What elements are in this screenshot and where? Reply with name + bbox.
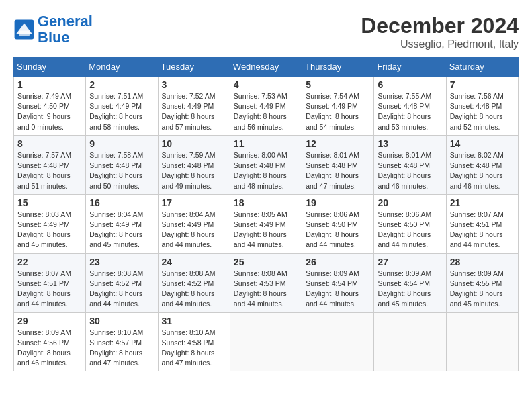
day-number: 25 <box>234 257 298 267</box>
weekday-header-sunday: Sunday <box>14 58 86 77</box>
day-info: Sunrise: 7:59 AMSunset: 4:48 PMDaylight:… <box>162 151 216 190</box>
day-info: Sunrise: 8:09 AMSunset: 4:54 PMDaylight:… <box>378 269 431 308</box>
calendar-cell: 8 Sunrise: 7:57 AMSunset: 4:48 PMDayligh… <box>14 135 86 194</box>
day-number: 11 <box>234 138 298 149</box>
calendar-cell: 25 Sunrise: 8:08 AMSunset: 4:53 PMDaylig… <box>230 253 302 312</box>
calendar-cell: 5 Sunrise: 7:54 AMSunset: 4:49 PMDayligh… <box>302 77 374 136</box>
logo-line2: Blue <box>38 29 70 46</box>
calendar-cell <box>446 312 518 371</box>
day-info: Sunrise: 7:53 AMSunset: 4:49 PMDaylight:… <box>234 92 287 131</box>
logo-line1: General <box>38 13 93 30</box>
month-year-title: December 2024 <box>361 13 519 38</box>
day-info: Sunrise: 8:05 AMSunset: 4:49 PMDaylight:… <box>234 210 287 249</box>
day-number: 15 <box>17 197 82 208</box>
calendar-cell: 23 Sunrise: 8:08 AMSunset: 4:52 PMDaylig… <box>86 253 158 312</box>
day-info: Sunrise: 8:07 AMSunset: 4:51 PMDaylight:… <box>450 210 504 249</box>
logo-text: General Blue <box>38 13 93 46</box>
calendar-cell: 29 Sunrise: 8:09 AMSunset: 4:56 PMDaylig… <box>14 312 86 371</box>
day-number: 13 <box>378 138 442 149</box>
day-number: 27 <box>378 257 442 267</box>
week-row-4: 22 Sunrise: 8:07 AMSunset: 4:51 PMDaylig… <box>14 253 519 312</box>
weekday-header-thursday: Thursday <box>302 58 374 77</box>
calendar-cell: 20 Sunrise: 8:06 AMSunset: 4:50 PMDaylig… <box>374 194 446 253</box>
calendar-cell: 11 Sunrise: 8:00 AMSunset: 4:48 PMDaylig… <box>230 135 302 194</box>
calendar-cell: 18 Sunrise: 8:05 AMSunset: 4:49 PMDaylig… <box>230 194 302 253</box>
day-info: Sunrise: 8:04 AMSunset: 4:49 PMDaylight:… <box>162 210 216 249</box>
day-info: Sunrise: 8:09 AMSunset: 4:55 PMDaylight:… <box>450 269 504 308</box>
day-number: 28 <box>450 257 515 267</box>
week-row-1: 1 Sunrise: 7:49 AMSunset: 4:50 PMDayligh… <box>14 77 519 136</box>
calendar-cell: 16 Sunrise: 8:04 AMSunset: 4:49 PMDaylig… <box>86 194 158 253</box>
day-info: Sunrise: 7:57 AMSunset: 4:48 PMDaylight:… <box>17 151 71 190</box>
day-info: Sunrise: 8:10 AMSunset: 4:57 PMDaylight:… <box>89 328 143 367</box>
day-number: 29 <box>17 316 82 326</box>
day-number: 6 <box>378 79 442 90</box>
day-number: 19 <box>306 197 370 208</box>
week-row-2: 8 Sunrise: 7:57 AMSunset: 4:48 PMDayligh… <box>14 135 519 194</box>
day-info: Sunrise: 8:03 AMSunset: 4:49 PMDaylight:… <box>17 210 71 249</box>
calendar-table: SundayMondayTuesdayWednesdayThursdayFrid… <box>13 57 519 371</box>
calendar-cell: 13 Sunrise: 8:01 AMSunset: 4:48 PMDaylig… <box>374 135 446 194</box>
logo-icon <box>13 19 35 40</box>
calendar-cell: 2 Sunrise: 7:51 AMSunset: 4:49 PMDayligh… <box>86 77 158 136</box>
weekday-header-monday: Monday <box>86 58 158 77</box>
calendar-cell: 9 Sunrise: 7:58 AMSunset: 4:48 PMDayligh… <box>86 135 158 194</box>
day-info: Sunrise: 7:49 AMSunset: 4:50 PMDaylight:… <box>17 92 71 131</box>
day-info: Sunrise: 8:06 AMSunset: 4:50 PMDaylight:… <box>378 210 431 249</box>
day-info: Sunrise: 8:09 AMSunset: 4:54 PMDaylight:… <box>306 269 359 308</box>
calendar-cell: 21 Sunrise: 8:07 AMSunset: 4:51 PMDaylig… <box>446 194 518 253</box>
calendar-cell: 12 Sunrise: 8:01 AMSunset: 4:48 PMDaylig… <box>302 135 374 194</box>
week-row-3: 15 Sunrise: 8:03 AMSunset: 4:49 PMDaylig… <box>14 194 519 253</box>
day-info: Sunrise: 8:01 AMSunset: 4:48 PMDaylight:… <box>306 151 359 190</box>
weekday-header-wednesday: Wednesday <box>230 58 302 77</box>
day-number: 7 <box>450 79 515 90</box>
day-number: 21 <box>450 197 515 208</box>
calendar-cell: 10 Sunrise: 7:59 AMSunset: 4:48 PMDaylig… <box>158 135 230 194</box>
day-info: Sunrise: 8:10 AMSunset: 4:58 PMDaylight:… <box>162 328 216 367</box>
calendar-cell: 28 Sunrise: 8:09 AMSunset: 4:55 PMDaylig… <box>446 253 518 312</box>
day-info: Sunrise: 8:04 AMSunset: 4:49 PMDaylight:… <box>89 210 143 249</box>
calendar-cell: 4 Sunrise: 7:53 AMSunset: 4:49 PMDayligh… <box>230 77 302 136</box>
svg-rect-2 <box>19 31 30 36</box>
day-info: Sunrise: 7:56 AMSunset: 4:48 PMDaylight:… <box>450 92 504 131</box>
day-info: Sunrise: 8:08 AMSunset: 4:52 PMDaylight:… <box>162 269 216 308</box>
day-info: Sunrise: 7:58 AMSunset: 4:48 PMDaylight:… <box>89 151 143 190</box>
calendar-cell: 26 Sunrise: 8:09 AMSunset: 4:54 PMDaylig… <box>302 253 374 312</box>
day-info: Sunrise: 8:06 AMSunset: 4:50 PMDaylight:… <box>306 210 359 249</box>
weekday-header-row: SundayMondayTuesdayWednesdayThursdayFrid… <box>14 58 519 77</box>
calendar-cell: 30 Sunrise: 8:10 AMSunset: 4:57 PMDaylig… <box>86 312 158 371</box>
calendar-cell: 14 Sunrise: 8:02 AMSunset: 4:48 PMDaylig… <box>446 135 518 194</box>
weekday-header-tuesday: Tuesday <box>158 58 230 77</box>
day-number: 17 <box>162 197 226 208</box>
logo: General Blue <box>13 13 93 46</box>
day-number: 9 <box>89 138 154 149</box>
day-number: 18 <box>234 197 298 208</box>
day-number: 12 <box>306 138 370 149</box>
day-number: 24 <box>162 257 226 267</box>
calendar-cell: 3 Sunrise: 7:52 AMSunset: 4:49 PMDayligh… <box>158 77 230 136</box>
weekday-header-saturday: Saturday <box>446 58 518 77</box>
location-subtitle: Usseglio, Piedmont, Italy <box>361 38 519 50</box>
day-info: Sunrise: 8:08 AMSunset: 4:52 PMDaylight:… <box>89 269 143 308</box>
day-number: 26 <box>306 257 370 267</box>
day-number: 3 <box>162 79 226 90</box>
day-info: Sunrise: 8:01 AMSunset: 4:48 PMDaylight:… <box>378 151 431 190</box>
calendar-cell: 22 Sunrise: 8:07 AMSunset: 4:51 PMDaylig… <box>14 253 86 312</box>
day-number: 14 <box>450 138 515 149</box>
day-number: 31 <box>162 316 226 326</box>
day-info: Sunrise: 8:02 AMSunset: 4:48 PMDaylight:… <box>450 151 504 190</box>
title-block: December 2024 Usseglio, Piedmont, Italy <box>361 13 519 50</box>
calendar-cell: 24 Sunrise: 8:08 AMSunset: 4:52 PMDaylig… <box>158 253 230 312</box>
calendar-cell <box>302 312 374 371</box>
calendar-cell: 19 Sunrise: 8:06 AMSunset: 4:50 PMDaylig… <box>302 194 374 253</box>
day-info: Sunrise: 7:54 AMSunset: 4:49 PMDaylight:… <box>306 92 359 131</box>
day-number: 1 <box>17 79 82 90</box>
day-number: 22 <box>17 257 82 267</box>
day-number: 4 <box>234 79 298 90</box>
calendar-cell: 27 Sunrise: 8:09 AMSunset: 4:54 PMDaylig… <box>374 253 446 312</box>
day-number: 23 <box>89 257 154 267</box>
calendar-cell: 31 Sunrise: 8:10 AMSunset: 4:58 PMDaylig… <box>158 312 230 371</box>
day-info: Sunrise: 7:51 AMSunset: 4:49 PMDaylight:… <box>89 92 143 131</box>
calendar-cell: 15 Sunrise: 8:03 AMSunset: 4:49 PMDaylig… <box>14 194 86 253</box>
week-row-5: 29 Sunrise: 8:09 AMSunset: 4:56 PMDaylig… <box>14 312 519 371</box>
